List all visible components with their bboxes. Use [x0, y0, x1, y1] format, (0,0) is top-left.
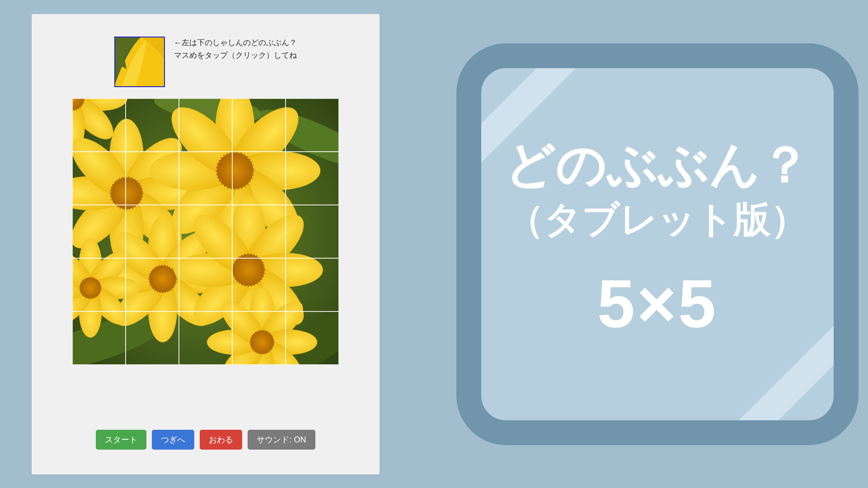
hint-line1: ←左は下のしゃしんのどのぶぶん？: [174, 38, 297, 47]
game-panel: ←左は下のしゃしんのどのぶぶん？ マスめをタップ（クリック）してね: [32, 14, 380, 474]
grid-cell[interactable]: [232, 205, 286, 258]
stripe-bottom-right: [727, 311, 859, 445]
button-row: スタート つぎへ おわる サウンド: ON: [96, 430, 315, 450]
grid-cell[interactable]: [232, 98, 286, 152]
grid-size-label: 5×5: [597, 265, 718, 343]
grid-cell[interactable]: [126, 152, 179, 205]
grid-cell[interactable]: [286, 205, 339, 258]
grid-cell[interactable]: [286, 311, 339, 365]
grid-overlay: [72, 98, 339, 365]
flower-crop-icon: [115, 37, 165, 87]
grid-cell[interactable]: [179, 98, 232, 152]
grid-cell[interactable]: [232, 311, 286, 365]
grid-cell[interactable]: [72, 258, 126, 311]
grid-cell[interactable]: [286, 152, 339, 205]
grid-cell[interactable]: [72, 152, 126, 205]
grid-cell[interactable]: [126, 205, 179, 258]
hint-row: ←左は下のしゃしんのどのぶぶん？ マスめをタップ（クリック）してね: [114, 37, 297, 87]
hint-thumbnail: [114, 37, 165, 87]
end-button[interactable]: おわる: [200, 430, 242, 450]
grid-cell[interactable]: [179, 152, 232, 205]
grid-cell[interactable]: [179, 258, 232, 311]
grid-cell[interactable]: [126, 258, 179, 311]
hint-text: ←左は下のしゃしんのどのぶぶん？ マスめをタップ（クリック）してね: [174, 37, 297, 63]
grid-cell[interactable]: [72, 311, 126, 365]
grid-cell[interactable]: [126, 311, 179, 365]
grid-cell[interactable]: [126, 98, 179, 152]
grid-cell[interactable]: [232, 258, 286, 311]
next-button[interactable]: つぎへ: [152, 430, 194, 450]
grid-cell[interactable]: [286, 258, 339, 311]
grid-cell[interactable]: [286, 98, 339, 152]
sound-toggle-button[interactable]: サウンド: ON: [248, 430, 315, 450]
grid-cell[interactable]: [72, 98, 126, 152]
hint-line2: マスめをタップ（クリック）してね: [174, 51, 297, 60]
grid-cell[interactable]: [179, 311, 232, 365]
grid-cell[interactable]: [232, 152, 286, 205]
grid-cell[interactable]: [72, 205, 126, 258]
game-subtitle: （タブレット版）: [507, 195, 808, 245]
title-card: どのぶぶん？ （タブレット版） 5×5: [456, 43, 859, 445]
grid-cell[interactable]: [179, 205, 232, 258]
game-title: どのぶぶん？: [505, 136, 810, 193]
start-button[interactable]: スタート: [96, 430, 146, 450]
main-photo: [72, 98, 339, 365]
